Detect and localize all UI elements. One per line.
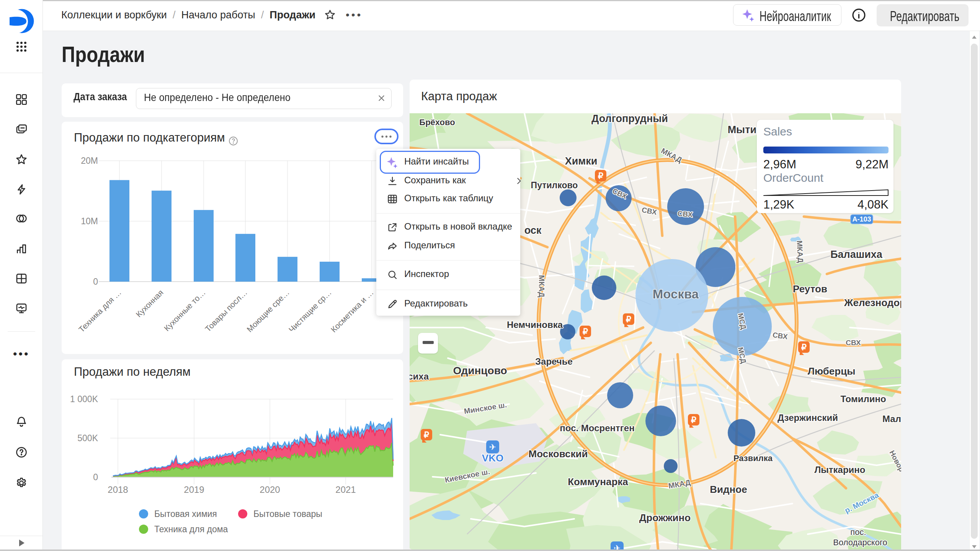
svg-text:Одинцово: Одинцово: [453, 365, 507, 377]
svg-text:Лыткарино: Лыткарино: [814, 465, 865, 475]
svg-text:₽: ₽: [424, 430, 429, 440]
svg-text:Путилково: Путилково: [531, 180, 578, 190]
svg-text:500K: 500K: [77, 433, 98, 443]
svg-text:0: 0: [93, 472, 98, 482]
svg-text:Малаховка: Малаховка: [882, 414, 901, 424]
svg-text:пос. Мосрентген: пос. Мосрентген: [560, 423, 634, 433]
svg-text:₽: ₽: [691, 415, 696, 425]
svg-text:Реутов: Реутов: [793, 283, 827, 295]
svg-text:МКАД: МКАД: [537, 275, 546, 297]
svg-text:Балашиха: Балашиха: [830, 249, 883, 260]
svg-text:₽: ₽: [801, 342, 807, 352]
svg-text:Косметика и …: Косметика и …: [329, 288, 375, 334]
svg-text:Развилка: Развилка: [733, 453, 773, 463]
svg-text:1 000K: 1 000K: [70, 394, 98, 404]
svg-text:20M: 20M: [81, 156, 98, 166]
svg-text:Видное: Видное: [710, 484, 747, 495]
svg-text:Томилино: Томилино: [840, 394, 886, 404]
svg-text:Москва: Москва: [653, 287, 699, 301]
svg-text:Володарского: Володарского: [833, 538, 887, 547]
svg-text:Кухонная: Кухонная: [134, 288, 165, 319]
svg-text:Долгопрудный: Долгопрудный: [591, 113, 668, 124]
svg-text:МКАД: МКАД: [795, 240, 805, 263]
svg-text:Брёхово: Брёхово: [419, 117, 455, 127]
svg-text:Бытовая химия: Бытовая химия: [154, 509, 217, 519]
svg-text:Немчиновка: Немчиновка: [507, 320, 563, 330]
svg-text:Заречье: Заречье: [535, 356, 573, 367]
svg-text:Чистящие ср…: Чистящие ср…: [287, 288, 333, 334]
svg-text:Дзержинский: Дзержинский: [777, 412, 838, 423]
svg-text:0: 0: [93, 277, 98, 287]
svg-text:Люберцы: Люберцы: [808, 365, 856, 377]
svg-text:VKO: VKO: [482, 452, 503, 464]
svg-text:Моющие сре…: Моющие сре…: [245, 288, 291, 334]
svg-text:СВХ: СВХ: [846, 339, 861, 347]
svg-text:Товары посл…: Товары посл…: [203, 288, 249, 334]
svg-text:асиха: асиха: [410, 371, 429, 381]
svg-text:Химки: Химки: [565, 155, 598, 167]
svg-text:оск: оск: [524, 225, 542, 236]
svg-text:пос.: пос.: [850, 527, 866, 537]
svg-text:2020: 2020: [260, 484, 280, 495]
svg-text:Техника для дома: Техника для дома: [154, 524, 228, 534]
svg-text:₽: ₽: [598, 171, 603, 181]
svg-text:Техника для …: Техника для …: [77, 288, 123, 334]
svg-text:10M: 10M: [81, 216, 98, 226]
svg-text:2021: 2021: [335, 484, 356, 495]
svg-text:2018: 2018: [108, 484, 128, 495]
svg-text:₽: ₽: [626, 315, 631, 324]
svg-text:Московский: Московский: [529, 448, 588, 460]
svg-text:Коммунарка: Коммунарка: [568, 476, 628, 487]
svg-text:Кухонные то…: Кухонные то…: [162, 288, 207, 333]
svg-text:2019: 2019: [184, 484, 204, 495]
svg-text:СВХ: СВХ: [677, 209, 693, 218]
svg-text:Бытовые товары: Бытовые товары: [253, 509, 322, 519]
svg-text:Дрожжино: Дрожжино: [639, 512, 691, 523]
svg-text:А-103: А-103: [852, 215, 871, 223]
svg-text:Железнодорожный: Железнодорожный: [844, 297, 901, 308]
svg-text:✈: ✈: [489, 442, 496, 452]
svg-text:₽: ₽: [583, 327, 588, 336]
